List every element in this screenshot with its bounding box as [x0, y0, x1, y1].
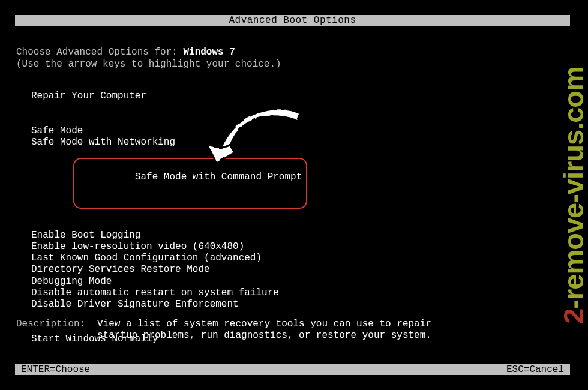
menu-enable-boot-logging[interactable]: Enable Boot Logging [31, 230, 570, 241]
menu-disable-driver-sig[interactable]: Disable Driver Signature Enforcement [31, 299, 570, 310]
choose-prefix: Choose Advanced Options for: [16, 47, 183, 58]
spacer [31, 218, 570, 229]
choose-line: Choose Advanced Options for: Windows 7 [16, 47, 570, 58]
title-text: Advanced Boot Options [229, 15, 356, 26]
menu-last-known-good[interactable]: Last Known Good Configuration (advanced) [31, 253, 570, 264]
menu-disable-auto-restart[interactable]: Disable automatic restart on system fail… [31, 287, 570, 299]
footer-bar: ENTER=Choose ESC=Cancel [15, 364, 570, 375]
boot-menu[interactable]: Repair Your Computer Safe Mode Safe Mode… [16, 91, 570, 346]
description-text: View a list of system recovery tools you… [97, 319, 433, 342]
menu-safe-mode[interactable]: Safe Mode [31, 125, 570, 137]
content-area: Choose Advanced Options for: Windows 7 (… [15, 26, 570, 362]
menu-debugging-mode[interactable]: Debugging Mode [31, 276, 570, 287]
description-label: Description: [16, 319, 97, 342]
menu-safe-mode-networking[interactable]: Safe Mode with Networking [31, 137, 570, 148]
spacer [31, 114, 570, 125]
menu-directory-services-restore[interactable]: Directory Services Restore Mode [31, 264, 570, 275]
menu-safe-mode-command-prompt-label: Safe Mode with Command Prompt [135, 172, 302, 182]
os-name: Windows 7 [183, 47, 235, 58]
footer-enter-hint: ENTER=Choose [21, 364, 90, 375]
menu-low-res-video[interactable]: Enable low-resolution video (640x480) [31, 241, 570, 253]
description-block: Description: View a list of system recov… [16, 319, 433, 342]
menu-safe-mode-command-prompt[interactable]: Safe Mode with Command Prompt [31, 148, 570, 218]
menu-repair-computer[interactable]: Repair Your Computer [31, 91, 570, 102]
hint-line: (Use the arrow keys to highlight your ch… [16, 59, 570, 70]
footer-esc-hint: ESC=Cancel [506, 364, 564, 375]
title-bar: Advanced Boot Options [15, 15, 570, 26]
highlighted-option: Safe Mode with Command Prompt [77, 160, 302, 206]
highlight-outline [73, 158, 307, 209]
spacer [31, 102, 570, 113]
boot-screen: Advanced Boot Options Choose Advanced Op… [15, 15, 570, 375]
